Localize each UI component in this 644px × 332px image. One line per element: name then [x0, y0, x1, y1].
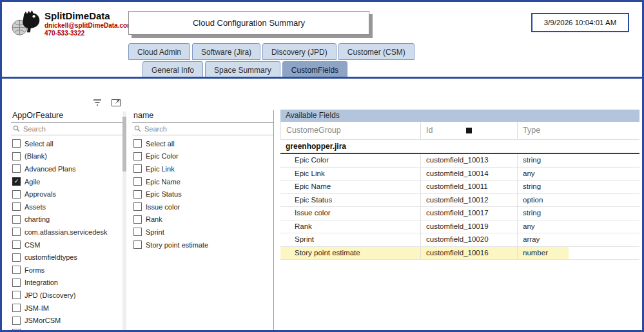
slicer-item-label: Forms [24, 266, 44, 274]
cell-id: customfield_10016 [420, 247, 517, 260]
tab-customfields[interactable]: CustomFields [282, 61, 347, 78]
column-header-customegroup[interactable]: CustomeGroup [280, 122, 420, 139]
checkbox-assets[interactable] [12, 202, 21, 211]
table-row-epic-name[interactable]: Epic Namecustomfield_10011string [280, 181, 639, 194]
slicer-item-csm[interactable]: CSM [11, 239, 123, 251]
company-info: SplitDimeData dnickell@splitDimeData.com… [44, 10, 133, 37]
slicer-item-jsm-im[interactable]: JSM-IM [11, 302, 123, 315]
checkbox-forms[interactable] [12, 266, 21, 274]
slicer-item-integration[interactable]: Integration [11, 277, 123, 289]
checkbox-lingo[interactable] [12, 329, 21, 332]
slicer-item-forms[interactable]: Forms [11, 264, 123, 277]
slicer-item-agile[interactable]: ✓Agile [11, 175, 123, 188]
slicer-item-label: Epic Status [146, 190, 182, 198]
tab-cloud-admin[interactable]: Cloud Admin [128, 43, 190, 60]
checkbox-csm[interactable] [12, 240, 21, 249]
slicer-item-label: Sprint [146, 228, 164, 236]
slicer-item-select-all[interactable]: Select all [132, 137, 273, 150]
search-placeholder: Search [144, 125, 167, 133]
tab-customer-csm[interactable]: Customer (CSM) [338, 43, 415, 60]
slicer-item-customfieldtypes[interactable]: customfieldtypes [11, 251, 123, 264]
slicer-item-epic-color[interactable]: Epic Color [132, 150, 273, 163]
tab-discovery-jpd[interactable]: Discovery (JPD) [262, 43, 337, 60]
slicer-title: name [132, 110, 273, 122]
checkbox-agile[interactable]: ✓ [12, 177, 21, 186]
id-column-marker-icon [466, 128, 472, 133]
checkbox-epic-color[interactable] [133, 152, 142, 161]
slicer-item-lingo[interactable]: Lingo [11, 327, 123, 332]
slicer-item-blank[interactable]: (Blank) [11, 150, 123, 163]
slicer-item-charting[interactable]: charting [11, 213, 123, 226]
checkbox-epic-link[interactable] [133, 164, 142, 173]
search-input[interactable]: Search [132, 122, 273, 135]
tab-general-info[interactable]: General Info [142, 61, 203, 78]
tab-space-summary[interactable]: Space Summary [205, 61, 280, 78]
table-group-row[interactable]: greenhopper.jira [280, 140, 639, 154]
checkbox-select-all[interactable] [12, 139, 21, 148]
table-row-rank[interactable]: Rankcustomfield_10019any [280, 220, 639, 234]
table-row-sprint[interactable]: Sprintcustomfield_10020array [280, 233, 639, 247]
cell-name: Sprint [280, 233, 420, 246]
slicer-item-issue-color[interactable]: Issue color [132, 200, 273, 213]
scrollbar[interactable] [122, 112, 126, 332]
slicer-toolbar [91, 97, 122, 108]
checkbox-rank[interactable] [133, 215, 142, 224]
focus-mode-icon[interactable] [110, 97, 122, 108]
checkbox-advanced-plans[interactable] [12, 164, 21, 173]
table-row-epic-link[interactable]: Epic Linkcustomfield_10014any [280, 168, 639, 181]
cell-name: Rank [280, 220, 420, 233]
checkbox-blank[interactable] [12, 152, 21, 161]
slicer-item-assets[interactable]: Assets [11, 200, 123, 213]
slicer-item-label: Advanced Plans [24, 165, 76, 173]
checkbox-epic-status[interactable] [133, 190, 142, 199]
checkbox-epic-name[interactable] [133, 177, 142, 186]
slicer-item-list: Select allEpic ColorEpic LinkEpic NameEp… [132, 135, 273, 251]
slicer-item-story-point-estimate[interactable]: Story point estimate [132, 239, 273, 251]
slicer-item-jpd-discovery[interactable]: JPD (Discovery) [11, 289, 123, 302]
checkbox-approvals[interactable] [12, 190, 21, 199]
column-header-type[interactable]: Type [517, 122, 639, 139]
filter-icon[interactable] [91, 97, 104, 108]
slicer-item-label: Integration [24, 278, 58, 286]
slicer-item-com-atlassian-servicedesk[interactable]: com.atlassian.servicedesk [11, 226, 123, 239]
search-placeholder: Search [23, 125, 46, 133]
table-row-story-point-estimate[interactable]: Story point estimatecustomfield_10016num… [280, 247, 639, 260]
cell-id: customfield_10012 [420, 194, 517, 207]
cell-id: customfield_10013 [420, 154, 517, 167]
cell-name: Issue color [280, 207, 420, 220]
checkbox-sprint[interactable] [133, 228, 142, 236]
checkbox-jsmorcsm[interactable] [12, 317, 21, 325]
dinosaur-globe-icon [10, 7, 43, 38]
checkbox-com-atlassian-servicedesk[interactable] [12, 228, 21, 236]
table-row-epic-status[interactable]: Epic Statuscustomfield_10012option [280, 194, 639, 208]
checkbox-jsm-im[interactable] [12, 304, 21, 312]
search-input[interactable]: Search [11, 122, 123, 135]
slicer-item-rank[interactable]: Rank [132, 213, 273, 226]
tab-software-jira[interactable]: Software (Jira) [192, 43, 260, 60]
slicer-item-label: Select all [146, 140, 175, 148]
cell-type: option [517, 194, 639, 207]
table-row-epic-color[interactable]: Epic Colorcustomfield_10013string [280, 154, 639, 168]
slicer-item-jsmorcsm[interactable]: JSMorCSM [11, 314, 123, 327]
cell-type: array [517, 233, 639, 246]
slicer-item-label: Issue color [146, 203, 180, 211]
checkbox-integration[interactable] [12, 278, 21, 287]
slicer-item-epic-name[interactable]: Epic Name [132, 175, 273, 188]
checkbox-select-all[interactable] [133, 139, 142, 148]
slicer-item-epic-link[interactable]: Epic Link [132, 162, 273, 175]
slicer-item-epic-status[interactable]: Epic Status [132, 188, 273, 200]
cell-id: customfield_10020 [420, 233, 517, 246]
slicer-item-label: Approvals [24, 190, 56, 198]
checkbox-customfieldtypes[interactable] [12, 253, 21, 262]
slicer-item-select-all[interactable]: Select all [11, 137, 123, 150]
scrollbar-thumb[interactable] [122, 117, 126, 171]
slicer-item-advanced-plans[interactable]: Advanced Plans [11, 162, 123, 175]
checkbox-issue-color[interactable] [133, 202, 142, 211]
checkbox-jpd-discovery[interactable] [12, 291, 21, 299]
checkbox-charting[interactable] [12, 215, 21, 224]
slicer-item-approvals[interactable]: Approvals [11, 188, 123, 200]
slicer-item-sprint[interactable]: Sprint [132, 226, 273, 239]
checkbox-story-point-estimate[interactable] [133, 240, 142, 249]
datetime-display: 3/9/2026 10:04:01 AM [531, 13, 629, 32]
table-row-issue-color[interactable]: Issue colorcustomfield_10017string [280, 207, 639, 220]
